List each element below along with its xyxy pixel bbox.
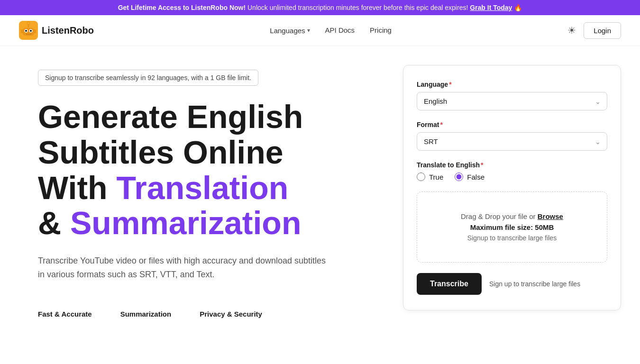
form-card: Language* English Spanish French German … xyxy=(403,65,621,310)
banner-emoji: 🔥 xyxy=(514,4,522,11)
language-group: Language* English Spanish French German … xyxy=(417,81,607,110)
hero-title-line3-prefix: With xyxy=(38,170,117,206)
svg-rect-12 xyxy=(29,34,30,35)
language-label: Language* xyxy=(417,81,607,88)
banner-cta-link[interactable]: Grab It Today xyxy=(470,4,512,11)
nav-links: Languages ▾ API Docs Pricing xyxy=(270,26,392,35)
nav-item-pricing[interactable]: Pricing xyxy=(370,26,392,35)
translate-true-option[interactable]: True xyxy=(417,173,443,181)
format-select-wrapper: SRT VTT Text xyxy=(417,132,607,151)
feature-privacy-security: Privacy & Security xyxy=(200,310,262,318)
main-content: Signup to transcribe seamlessly in 92 la… xyxy=(0,46,640,364)
svg-point-8 xyxy=(27,22,30,25)
nav-pricing-label[interactable]: Pricing xyxy=(370,26,392,34)
hero-title-translation: Translation xyxy=(117,170,289,206)
nav-languages-label[interactable]: Languages xyxy=(270,27,305,35)
translate-label: Translate to English* xyxy=(417,161,607,169)
svg-rect-14 xyxy=(34,29,36,33)
logo-icon xyxy=(19,21,38,40)
banner-text-normal: Unlock unlimited transcription minutes f… xyxy=(247,4,470,11)
format-label: Format* xyxy=(417,121,607,128)
translate-group: Translate to English* True False xyxy=(417,161,607,181)
feature-summarization: Summarization xyxy=(120,310,172,318)
navbar: ListenRobo Languages ▾ API Docs Pricing … xyxy=(0,15,640,46)
translate-false-label: False xyxy=(467,173,485,181)
logo-link[interactable]: ListenRobo xyxy=(19,21,94,40)
svg-rect-11 xyxy=(27,34,28,35)
svg-point-5 xyxy=(25,30,27,32)
nav-api-docs-label[interactable]: API Docs xyxy=(325,26,355,34)
features-row: Fast & Accurate Summarization Privacy & … xyxy=(38,310,384,318)
nav-item-languages[interactable]: Languages ▾ xyxy=(270,27,310,35)
nav-item-api-docs[interactable]: API Docs xyxy=(325,26,355,35)
hero-title-line1: Generate English xyxy=(38,99,303,135)
format-group: Format* SRT VTT Text xyxy=(417,121,607,151)
theme-toggle-button[interactable]: ☀ xyxy=(567,25,576,36)
signup-badge: Signup to transcribe seamlessly in 92 la… xyxy=(38,70,258,86)
hero-subtitle: Transcribe YouTube video or files with h… xyxy=(38,254,332,282)
translate-false-option[interactable]: False xyxy=(455,173,485,181)
upload-text: Drag & Drop your file or Browse xyxy=(461,212,563,220)
svg-point-6 xyxy=(30,30,32,32)
banner-text-bold: Get Lifetime Access to ListenRobo Now! xyxy=(118,4,246,11)
dropdown-chevron-icon: ▾ xyxy=(307,27,310,34)
language-select-wrapper: English Spanish French German Chinese Ja… xyxy=(417,92,607,110)
translate-true-label: True xyxy=(429,173,443,181)
upload-note-text: Signup to transcribe large files xyxy=(467,234,557,242)
hero-title-summarization: Summarization xyxy=(70,205,301,241)
login-button[interactable]: Login xyxy=(584,22,621,39)
svg-rect-13 xyxy=(21,29,23,33)
hero-section: Signup to transcribe seamlessly in 92 la… xyxy=(38,65,384,364)
browse-link[interactable]: Browse xyxy=(538,212,563,220)
logo-text: ListenRobo xyxy=(42,25,94,36)
translate-radio-group: True False xyxy=(417,173,607,181)
hero-title: Generate English Subtitles Online With T… xyxy=(38,99,384,241)
sun-icon: ☀ xyxy=(567,25,576,36)
hero-title-line4-prefix: & xyxy=(38,205,70,241)
promo-banner: Get Lifetime Access to ListenRobo Now! U… xyxy=(0,0,640,15)
svg-rect-10 xyxy=(26,34,27,35)
translate-true-radio[interactable] xyxy=(417,173,425,181)
format-select[interactable]: SRT VTT Text xyxy=(417,132,607,151)
upload-size-text: Maximum file size: 50MB xyxy=(470,223,554,231)
nav-right: ☀ Login xyxy=(567,22,621,39)
signup-link-text: Sign up to transcribe large files xyxy=(489,280,580,288)
language-select[interactable]: English Spanish French German Chinese Ja… xyxy=(417,92,607,110)
transcribe-form-panel: Language* English Spanish French German … xyxy=(403,65,621,364)
transcribe-button[interactable]: Transcribe xyxy=(417,273,482,295)
form-actions: Transcribe Sign up to transcribe large f… xyxy=(417,273,607,295)
hero-title-line2: Subtitles Online xyxy=(38,134,283,170)
upload-dropzone[interactable]: Drag & Drop your file or Browse Maximum … xyxy=(417,191,607,263)
translate-false-radio[interactable] xyxy=(455,173,463,181)
feature-fast-accurate: Fast & Accurate xyxy=(38,310,92,318)
